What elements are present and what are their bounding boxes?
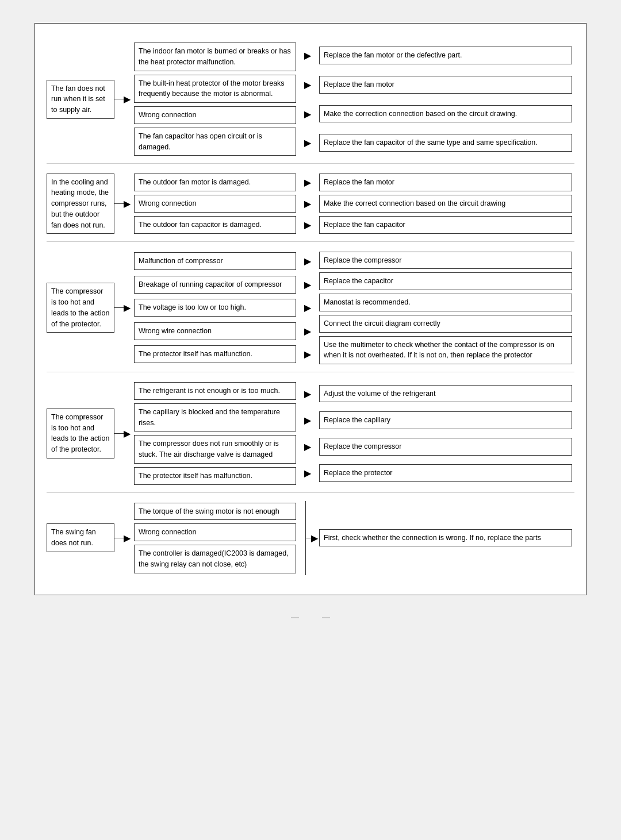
cause-box: The voltage is too low or too high. [134, 299, 296, 317]
h-connector [114, 307, 124, 308]
arrow-icon: ▶ [304, 407, 311, 433]
solutions-col: Replace the fan motor or the defective p… [317, 41, 574, 157]
cause-box: The indoor fan motor is burned or breaks… [134, 43, 296, 71]
causes-col: The refrigerant is not enough or is too … [132, 380, 298, 487]
arrow-icon: ▶ [304, 343, 311, 367]
solution-box: Manostat is recommended. [319, 294, 572, 311]
cause-box: The capillary is blocked and the tempera… [134, 403, 296, 432]
arrow-icon: ▶ [124, 533, 131, 544]
main-diagram: The fan does not run when it is set to s… [34, 23, 586, 595]
arrows-col: ▶ ▶ ▶ [298, 172, 317, 235]
arrow-icon: ▶ [304, 70, 311, 99]
arrow-icon: ▶ [304, 214, 311, 236]
cause-box: Wrong connection [134, 195, 296, 213]
solution-box: Make the correct connection based on the… [319, 195, 572, 213]
arrow-icon: ▶ [304, 380, 311, 407]
arrow-icon: ▶ [124, 428, 131, 439]
arrow-icon: ▶ [124, 198, 131, 209]
cause-box: The outdoor fan motor is damaged. [134, 174, 296, 191]
solutions-col: Replace the fan motor Make the correct c… [317, 172, 574, 235]
solution-box: Adjust the volume of the refrigerant [319, 385, 572, 403]
cause-box: The protector itself has malfunction. [134, 467, 296, 485]
arrows-col: ▶ ▶ ▶ ▶ ▶ [298, 250, 317, 367]
solution-box: Replace the fan motor or the defective p… [319, 47, 572, 64]
left-label-col: The compressor is too hot and leads to t… [47, 250, 132, 367]
solution-box: Replace the fan capacitor [319, 216, 572, 234]
causes-col: The indoor fan motor is burned or breaks… [132, 41, 298, 157]
page-num-right: — [322, 612, 330, 622]
solution-box: Replace the capacitor [319, 272, 572, 290]
solution-box: Use the multimeter to check whether the … [319, 336, 572, 365]
h-connector [114, 433, 124, 434]
left-label-col: The swing fan does not run. ▶ [47, 501, 132, 575]
solutions-col: Adjust the volume of the refrigerant Rep… [317, 380, 574, 487]
left-label-col: The compressor is too hot and leads to t… [47, 380, 132, 487]
causes-col: The torque of the swing motor is not eno… [132, 501, 298, 575]
troubleshooting-diagram: The fan does not run when it is set to s… [47, 41, 574, 575]
arrow-icon: ▶ [304, 41, 311, 70]
cause-box: The outdoor fan capacitor is damaged. [134, 216, 296, 234]
arrow-icon: ▶ [304, 250, 311, 273]
left-label-box: The swing fan does not run. [47, 523, 114, 552]
arrow-icon: ▶ [311, 533, 318, 544]
arrows-col: ▶ ▶ ▶ ▶ [298, 380, 317, 487]
solution-box: Replace the capillary [319, 411, 572, 429]
arrow-icon: ▶ [304, 99, 311, 129]
solution-box: Replace the fan capacitor of the same ty… [319, 134, 572, 152]
cause-box: Wrong wire connection [134, 322, 296, 340]
arrow-icon: ▶ [304, 319, 311, 343]
section-fan-no-run: The fan does not run when it is set to s… [47, 41, 574, 164]
causes-col: The outdoor fan motor is damaged. Wrong … [132, 172, 298, 235]
solution-box: Make the correction connection based on … [319, 105, 572, 123]
left-label-col: In the cooling and heating mode, the com… [47, 172, 132, 235]
h-connector [114, 99, 124, 99]
h-connector [114, 203, 124, 204]
h-connector [114, 538, 124, 538]
causes-col: Malfunction of compressor Breakage of ru… [132, 250, 298, 367]
solutions-col: First, check whether the connection is w… [317, 501, 574, 575]
cause-box: The torque of the swing motor is not eno… [134, 503, 296, 521]
arrow-icon: ▶ [304, 296, 311, 320]
solutions-col: Replace the compressor Replace the capac… [317, 250, 574, 367]
solution-box: Connect the circuit diagram correctly [319, 315, 572, 333]
section-swing-fan: The swing fan does not run. ▶ The torque… [47, 501, 574, 575]
cause-box: Malfunction of compressor [134, 252, 296, 270]
arrow-icon: ▶ [304, 128, 311, 157]
cause-box: Wrong connection [134, 106, 296, 124]
solution-box: Replace the compressor [319, 438, 572, 456]
left-label-box: The compressor is too hot and leads to t… [47, 283, 114, 333]
arrows-col: ▶ [298, 501, 317, 575]
solution-box: Replace the protector [319, 464, 572, 482]
solution-box: Replace the fan motor [319, 174, 572, 191]
solution-box: Replace the fan motor [319, 76, 572, 94]
arrow-icon: ▶ [304, 172, 311, 193]
cause-box: The built-in heat protector of the motor… [134, 75, 296, 103]
cause-box: The controller is damaged(IC2003 is dama… [134, 545, 296, 573]
cause-box: The compressor does not run smoothly or … [134, 435, 296, 464]
cause-box: The fan capacitor has open circuit or is… [134, 128, 296, 156]
arrow-icon: ▶ [304, 273, 311, 296]
section-compressor-hot-2: The compressor is too hot and leads to t… [47, 380, 574, 493]
section-outdoor-fan: In the cooling and heating mode, the com… [47, 172, 574, 241]
left-label-box: The fan does not run when it is set to s… [47, 80, 114, 119]
solution-box: Replace the compressor [319, 252, 572, 269]
cause-box: Breakage of running capacitor of compres… [134, 276, 296, 294]
arrow-icon: ▶ [304, 193, 311, 214]
arrow-icon: ▶ [304, 433, 311, 460]
arrow-icon: ▶ [124, 302, 131, 313]
arrow-icon: ▶ [304, 460, 311, 486]
page-numbers: — — [291, 612, 330, 622]
left-label-box: In the cooling and heating mode, the com… [47, 174, 114, 234]
solution-box: First, check whether the connection is w… [319, 529, 572, 547]
page-num-left: — [291, 612, 299, 622]
arrows-col: ▶ ▶ ▶ ▶ [298, 41, 317, 157]
cause-box: Wrong connection [134, 523, 296, 541]
arrow-icon: ▶ [124, 94, 131, 105]
left-label-col: The fan does not run when it is set to s… [47, 41, 132, 157]
left-label-box: The compressor is too hot and leads to t… [47, 409, 114, 458]
cause-box: The protector itself has malfunction. [134, 345, 296, 363]
section-compressor-hot-1: The compressor is too hot and leads to t… [47, 250, 574, 373]
cause-box: The refrigerant is not enough or is too … [134, 382, 296, 400]
